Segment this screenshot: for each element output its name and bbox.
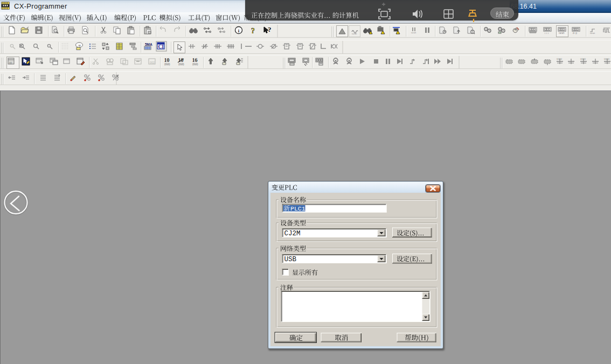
svg-text:USB: USB: [284, 256, 297, 263]
svg-text:PLC1: PLC1: [290, 205, 306, 212]
svg-text:CJ2M: CJ2M: [284, 230, 301, 237]
